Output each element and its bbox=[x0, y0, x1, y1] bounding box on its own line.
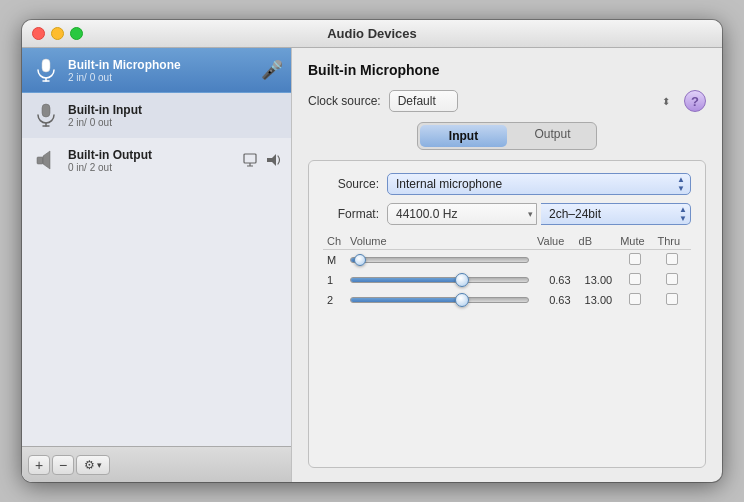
format-bits-select[interactable]: 2ch–24bit bbox=[541, 203, 691, 225]
col-volume: Volume bbox=[346, 233, 533, 250]
row-m-slider[interactable] bbox=[346, 250, 533, 271]
device-item-builtin-input[interactable]: Built-in Input 2 in/ 0 out bbox=[22, 93, 291, 138]
source-select-wrapper: Internal microphone ▲ ▼ bbox=[387, 173, 691, 195]
row-1-ch: 1 bbox=[323, 270, 346, 290]
col-db: dB bbox=[575, 233, 617, 250]
sidebar-toolbar: + − ⚙ ▾ bbox=[22, 446, 291, 482]
row-m-mute bbox=[616, 250, 653, 271]
help-button[interactable]: ? bbox=[684, 90, 706, 112]
row-1-thru bbox=[654, 270, 691, 290]
format-bits-wrapper: 2ch–24bit ▲ ▼ bbox=[541, 203, 691, 225]
device-subtext-builtin-microphone: 2 in/ 0 out bbox=[68, 72, 261, 83]
panel-title: Built-in Microphone bbox=[308, 62, 706, 78]
maximize-button[interactable] bbox=[70, 27, 83, 40]
source-label: Source: bbox=[323, 177, 379, 191]
volume-icon bbox=[265, 153, 283, 167]
device-info-input: Built-in Input 2 in/ 0 out bbox=[68, 103, 283, 128]
svg-rect-6 bbox=[37, 157, 43, 164]
device-item-builtin-microphone[interactable]: Built-in Microphone 2 in/ 0 out 🎤 bbox=[22, 48, 291, 93]
row-m-ch: M bbox=[323, 250, 346, 271]
format-hz-wrapper: 44100.0 Hz ▾ bbox=[387, 203, 537, 225]
clock-source-label: Clock source: bbox=[308, 94, 381, 108]
main-window: Audio Devices Built-in bbox=[22, 20, 722, 482]
row-m-db bbox=[575, 250, 617, 271]
main-content: Built-in Microphone 2 in/ 0 out 🎤 bbox=[22, 48, 722, 482]
device-item-builtin-output[interactable]: Built-in Output 0 in/ 2 out bbox=[22, 138, 291, 183]
slider-track-ch1[interactable] bbox=[350, 277, 529, 283]
device-name-builtin-microphone: Built-in Microphone bbox=[68, 58, 261, 72]
clock-source-row: Clock source: Default ⬍ ? bbox=[308, 90, 706, 112]
tab-input[interactable]: Input bbox=[420, 125, 507, 147]
col-mute: Mute bbox=[616, 233, 653, 250]
gear-icon: ⚙ bbox=[84, 458, 95, 472]
device-icon-output bbox=[30, 144, 62, 176]
remove-device-button[interactable]: − bbox=[52, 455, 74, 475]
slider-fill-ch2 bbox=[351, 298, 463, 302]
table-row-ch1: 1 0.63 13.00 bbox=[323, 270, 691, 290]
device-icon-microphone bbox=[30, 54, 62, 86]
input-output-tabs: Input Output bbox=[417, 122, 597, 150]
svg-rect-8 bbox=[244, 154, 256, 163]
settings-panel: Source: Internal microphone ▲ ▼ Format: bbox=[308, 160, 706, 468]
slider-fill-ch1 bbox=[351, 278, 463, 282]
table-row-ch2: 2 0.63 13.00 bbox=[323, 290, 691, 310]
row-2-slider[interactable] bbox=[346, 290, 533, 310]
svg-marker-7 bbox=[43, 151, 50, 169]
device-list: Built-in Microphone 2 in/ 0 out 🎤 bbox=[22, 48, 291, 446]
source-select[interactable]: Internal microphone bbox=[387, 173, 691, 195]
svg-rect-3 bbox=[42, 104, 50, 117]
tab-output[interactable]: Output bbox=[509, 123, 596, 145]
slider-thumb-ch2[interactable] bbox=[455, 293, 469, 307]
clock-select-arrow-icon: ⬍ bbox=[662, 96, 670, 107]
device-subtext-builtin-output: 0 in/ 2 out bbox=[68, 162, 243, 173]
tab-output-label: Output bbox=[534, 127, 570, 141]
row-m-thru bbox=[654, 250, 691, 271]
thru-checkbox-m[interactable] bbox=[666, 253, 678, 265]
help-icon: ? bbox=[691, 94, 699, 109]
col-thru: Thru bbox=[654, 233, 691, 250]
tab-input-label: Input bbox=[449, 129, 478, 143]
source-row: Source: Internal microphone ▲ ▼ bbox=[323, 173, 691, 195]
minimize-button[interactable] bbox=[51, 27, 64, 40]
svg-rect-0 bbox=[42, 59, 50, 72]
svg-marker-11 bbox=[267, 154, 276, 166]
format-wrapper: 44100.0 Hz ▾ 2ch–24bit ▲ ▼ bbox=[387, 203, 691, 225]
sidebar: Built-in Microphone 2 in/ 0 out 🎤 bbox=[22, 48, 292, 482]
gear-button[interactable]: ⚙ ▾ bbox=[76, 455, 110, 475]
slider-track-master[interactable] bbox=[350, 257, 529, 263]
device-info-microphone: Built-in Microphone 2 in/ 0 out bbox=[68, 58, 261, 83]
slider-thumb-master[interactable] bbox=[354, 254, 366, 266]
col-ch: Ch bbox=[323, 233, 346, 250]
row-1-slider[interactable] bbox=[346, 270, 533, 290]
window-title: Audio Devices bbox=[327, 26, 417, 41]
clock-source-select[interactable]: Default bbox=[389, 90, 458, 112]
row-1-value: 0.63 bbox=[533, 270, 575, 290]
tabs-container: Input Output bbox=[308, 122, 706, 150]
thru-checkbox-1[interactable] bbox=[666, 273, 678, 285]
row-2-value: 0.63 bbox=[533, 290, 575, 310]
output-icons bbox=[243, 153, 283, 167]
mute-checkbox-1[interactable] bbox=[629, 273, 641, 285]
row-1-db: 13.00 bbox=[575, 270, 617, 290]
format-hz-select[interactable]: 44100.0 Hz bbox=[387, 203, 537, 225]
output-screen-icon bbox=[243, 153, 261, 167]
slider-track-ch2[interactable] bbox=[350, 297, 529, 303]
add-device-button[interactable]: + bbox=[28, 455, 50, 475]
add-icon: + bbox=[35, 457, 43, 473]
row-2-mute bbox=[616, 290, 653, 310]
table-row-master: M bbox=[323, 250, 691, 271]
mute-checkbox-2[interactable] bbox=[629, 293, 641, 305]
mute-checkbox-m[interactable] bbox=[629, 253, 641, 265]
close-button[interactable] bbox=[32, 27, 45, 40]
titlebar: Audio Devices bbox=[22, 20, 722, 48]
thru-checkbox-2[interactable] bbox=[666, 293, 678, 305]
format-row: Format: 44100.0 Hz ▾ 2ch–24bit bbox=[323, 203, 691, 225]
slider-thumb-ch1[interactable] bbox=[455, 273, 469, 287]
device-name-builtin-output: Built-in Output bbox=[68, 148, 243, 162]
right-panel: Built-in Microphone Clock source: Defaul… bbox=[292, 48, 722, 482]
device-name-builtin-input: Built-in Input bbox=[68, 103, 283, 117]
format-label: Format: bbox=[323, 207, 379, 221]
traffic-lights bbox=[32, 27, 83, 40]
device-info-output: Built-in Output 0 in/ 2 out bbox=[68, 148, 243, 173]
gear-dropdown-arrow: ▾ bbox=[97, 460, 102, 470]
